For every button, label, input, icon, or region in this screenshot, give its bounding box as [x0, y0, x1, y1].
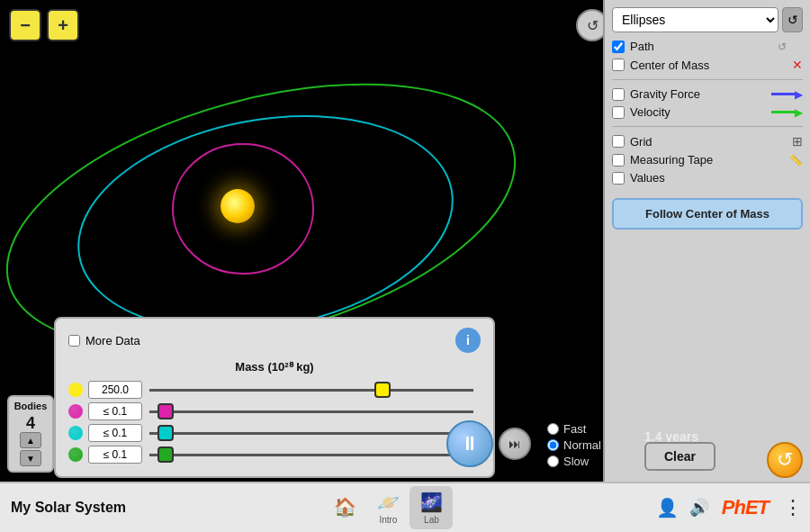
- control-panel: More Data i Mass (10²⁸ kg): [54, 317, 495, 478]
- slider-container-3: [149, 446, 473, 464]
- center-of-mass-checkbox[interactable]: [612, 59, 625, 71]
- intro-icon: 🪐: [377, 491, 400, 513]
- more-data-label: More Data: [86, 334, 140, 347]
- mass-input-0[interactable]: [88, 381, 142, 399]
- zoom-in-button[interactable]: +: [47, 9, 79, 41]
- lab-icon: 🌌: [420, 491, 443, 513]
- measuring-tape-checkbox-row: Measuring Tape 📏: [612, 153, 803, 167]
- path-label: Path: [630, 40, 654, 53]
- mass-input-2[interactable]: [88, 424, 142, 442]
- restart-icon: ↺: [777, 448, 793, 472]
- measuring-tape-icon: 📏: [789, 154, 803, 167]
- measuring-tape-checkbox[interactable]: [612, 154, 625, 167]
- step-button[interactable]: ⏭: [499, 428, 531, 460]
- phet-logo: PhET: [722, 496, 769, 519]
- slider-container-2: [149, 424, 473, 442]
- info-button[interactable]: i: [455, 328, 481, 353]
- center-of-mass-checkbox-row: Center of Mass ✕: [612, 58, 803, 72]
- pause-icon: ⏸: [460, 432, 480, 455]
- slider-container-1: [149, 402, 473, 420]
- values-label: Values: [630, 171, 665, 185]
- sun-body: [220, 189, 255, 223]
- path-icon: ↺: [778, 41, 803, 53]
- body-row-0: [68, 381, 481, 399]
- mass-header: Mass (10²⁸ kg): [68, 360, 481, 374]
- divider-2: [612, 126, 803, 127]
- clear-button[interactable]: Clear: [644, 442, 716, 471]
- nav-lab-button[interactable]: 🌌 Lab: [410, 486, 453, 529]
- bodies-decrease-button[interactable]: ▼: [20, 450, 41, 466]
- values-checkbox[interactable]: [612, 172, 625, 185]
- path-checkbox-row: Path ↺: [612, 40, 803, 53]
- center-of-mass-icon: ✕: [792, 58, 803, 72]
- velocity-checkbox[interactable]: [612, 106, 625, 119]
- grid-label: Grid: [630, 135, 652, 149]
- more-data-checkbox[interactable]: [68, 335, 80, 347]
- preset-reset-button[interactable]: ↺: [782, 7, 803, 32]
- gravity-force-icon: ▶: [771, 88, 803, 101]
- body-dot-0: [68, 383, 83, 397]
- values-checkbox-row: Values: [612, 171, 803, 185]
- body-rows-container: [68, 381, 481, 464]
- mass-input-1[interactable]: [88, 402, 142, 420]
- divider-1: [612, 79, 803, 80]
- measuring-tape-label: Measuring Tape: [630, 153, 713, 167]
- body-dot-2: [68, 426, 83, 440]
- speed-radio-area: Fast Normal Slow: [547, 419, 601, 471]
- speed-normal-label: Normal: [563, 438, 601, 452]
- speed-slow-radio[interactable]: [547, 455, 559, 467]
- person-button[interactable]: 👤: [651, 497, 684, 518]
- lab-label: Lab: [424, 515, 439, 525]
- slider-track-0: [149, 389, 473, 392]
- intro-label: Intro: [379, 515, 397, 525]
- slider-track-1: [149, 410, 473, 413]
- speed-slow-label: Slow: [563, 455, 589, 468]
- velocity-label: Velocity: [630, 105, 670, 119]
- mass-input-3[interactable]: [88, 446, 142, 464]
- velocity-icon: ▶: [771, 106, 803, 119]
- zoom-out-button[interactable]: −: [9, 9, 41, 41]
- velocity-checkbox-row: Velocity ▶: [612, 105, 803, 119]
- speed-fast-label: Fast: [563, 422, 586, 436]
- bodies-label: Bodies: [14, 401, 48, 411]
- restart-button[interactable]: ↺: [767, 442, 803, 478]
- speed-slow-row: Slow: [547, 455, 601, 468]
- bodies-increase-button[interactable]: ▲: [20, 432, 41, 448]
- sound-button[interactable]: 🔊: [684, 498, 715, 518]
- follow-center-of-mass-button[interactable]: Follow Center of Mass: [612, 198, 803, 230]
- speed-fast-row: Fast: [547, 422, 601, 436]
- body-dot-3: [68, 447, 83, 462]
- grid-icon: ⊞: [792, 134, 803, 149]
- body-row-1: [68, 402, 481, 420]
- gravity-force-label: Gravity Force: [630, 87, 700, 101]
- path-checkbox[interactable]: [612, 41, 625, 53]
- slider-thumb-2[interactable]: [158, 425, 174, 441]
- speed-normal-radio[interactable]: [547, 439, 559, 451]
- app-title: My Solar System: [11, 500, 126, 516]
- bodies-value: 4: [26, 415, 35, 431]
- step-icon: ⏭: [508, 437, 521, 451]
- nav-intro-button[interactable]: 🪐 Intro: [366, 486, 410, 529]
- preset-select[interactable]: Sun & PlanetSun & 2 PlanetsSun, Planet, …: [612, 7, 778, 32]
- gravity-force-checkbox-row: Gravity Force ▶: [612, 87, 803, 101]
- center-of-mass-label: Center of Mass: [630, 59, 709, 72]
- bottom-nav: My Solar System 🏠 🪐 Intro 🌌 Lab 👤 🔊 PhET…: [0, 482, 810, 532]
- slider-thumb-1[interactable]: [158, 403, 174, 419]
- body-dot-1: [68, 404, 83, 419]
- speed-normal-row: Normal: [547, 438, 601, 452]
- grid-checkbox-row: Grid ⊞: [612, 134, 803, 149]
- slider-track-2: [149, 432, 473, 435]
- right-panel: Sun & PlanetSun & 2 PlanetsSun, Planet, …: [603, 0, 810, 482]
- nav-home-button[interactable]: 🏠: [323, 486, 366, 529]
- grid-checkbox[interactable]: [612, 135, 625, 148]
- preset-container: Sun & PlanetSun & 2 PlanetsSun, Planet, …: [612, 7, 803, 32]
- home-icon: 🏠: [334, 496, 356, 518]
- speed-fast-radio[interactable]: [547, 423, 559, 435]
- play-pause-button[interactable]: ⏸: [446, 420, 493, 467]
- slider-container-0: [149, 381, 473, 399]
- slider-thumb-0[interactable]: [374, 382, 391, 398]
- slider-thumb-3[interactable]: [158, 446, 174, 463]
- menu-button[interactable]: ⋮: [776, 496, 810, 519]
- gravity-force-checkbox[interactable]: [612, 88, 625, 101]
- body-row-2: [68, 424, 481, 442]
